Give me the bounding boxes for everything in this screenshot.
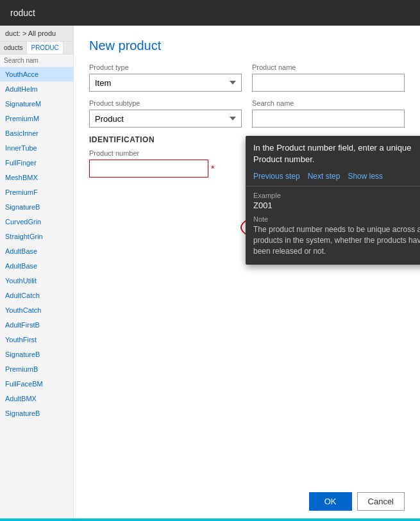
sidebar: duct: > All produ oducts PRODUC Search n…	[0, 26, 74, 521]
example-value: Z001	[253, 201, 420, 210]
list-item[interactable]: YouthAcce	[0, 67, 73, 82]
search-name-input[interactable]	[252, 110, 405, 128]
list-item[interactable]: FullFinger	[0, 156, 73, 170]
product-type-label: Product type	[89, 63, 242, 71]
product-subtype-select[interactable]: Product	[89, 110, 242, 128]
list-item[interactable]: YouthUtilit	[0, 274, 73, 288]
list-item[interactable]: SignatureB	[0, 406, 73, 421]
product-number-group: Product number *	[89, 149, 172, 178]
dialog-title: New product	[89, 38, 405, 53]
product-type-select[interactable]: Item	[89, 74, 242, 92]
bottom-bar	[0, 518, 420, 521]
product-number-row: *	[89, 160, 172, 178]
product-subtype-group: Product subtype Product	[89, 99, 242, 128]
sidebar-search-label: Search nam	[0, 54, 73, 67]
tooltip-title: In the Product number field, enter a uni…	[253, 142, 420, 165]
list-item[interactable]: YouthFirst	[0, 333, 73, 347]
list-item[interactable]: PremiumB	[0, 362, 73, 377]
previous-step-link[interactable]: Previous step	[253, 172, 300, 181]
note-label: Note	[253, 215, 420, 223]
ok-button[interactable]: OK	[309, 492, 352, 511]
list-item[interactable]: BasicInner	[0, 126, 73, 141]
list-item[interactable]: PremiumM	[0, 112, 73, 126]
list-item[interactable]: SignatureB	[0, 347, 73, 362]
product-number-input[interactable]	[89, 160, 208, 178]
dialog-footer: OK Cancel	[309, 492, 405, 511]
list-item[interactable]: MeshBMX	[0, 170, 73, 185]
list-item[interactable]: YouthCatch	[0, 303, 73, 318]
product-name-input[interactable]	[252, 74, 405, 92]
form-row-2: Product subtype Product Search name	[89, 99, 405, 128]
tooltip-header: In the Product number field, enter a uni…	[246, 136, 420, 169]
show-less-link[interactable]: Show less	[348, 172, 383, 181]
breadcrumb: duct: > All produ	[0, 26, 73, 42]
required-star: *	[211, 163, 214, 174]
tab-products[interactable]: oducts	[0, 42, 27, 54]
note-text: The product number needs to be unique ac…	[253, 224, 420, 256]
product-subtype-label: Product subtype	[89, 99, 242, 107]
dialog-area: New product Product type Item Product na…	[74, 26, 420, 521]
list-item[interactable]: AdultHelm	[0, 82, 73, 97]
title-bar: roduct	[0, 0, 420, 26]
list-item[interactable]: PremiumF	[0, 185, 73, 200]
list-item[interactable]: AdultFirstB	[0, 318, 73, 333]
list-item[interactable]: InnerTube	[0, 141, 73, 156]
list-item[interactable]: SignatureM	[0, 97, 73, 112]
main-area: duct: > All produ oducts PRODUC Search n…	[0, 26, 420, 521]
list-item[interactable]: SignatureB	[0, 200, 73, 215]
tab-produc[interactable]: PRODUC	[27, 42, 63, 54]
next-step-link[interactable]: Next step	[308, 172, 340, 181]
product-number-label: Product number	[89, 149, 172, 157]
tooltip-nav: Previous step Next step Show less	[246, 169, 420, 186]
list-item[interactable]: AdultBase	[0, 244, 73, 259]
form-row-1: Product type Item Product name	[89, 63, 405, 92]
list-item[interactable]: AdultCatch	[0, 288, 73, 303]
product-name-group: Product name	[252, 63, 405, 92]
search-name-group: Search name	[252, 99, 405, 128]
list-item[interactable]: AdultBase	[0, 259, 73, 274]
list-item[interactable]: CurvedGrin	[0, 215, 73, 229]
search-name-label: Search name	[252, 99, 405, 107]
list-item[interactable]: AdultBMX	[0, 392, 73, 406]
list-item[interactable]: FullFaceBM	[0, 377, 73, 392]
sidebar-list: YouthAcce AdultHelm SignatureM PremiumM …	[0, 67, 73, 521]
title-text: roduct	[10, 8, 35, 18]
tooltip-box: In the Product number field, enter a uni…	[246, 136, 420, 265]
sidebar-tabs: oducts PRODUC	[0, 42, 73, 54]
list-item[interactable]: StraightGrin	[0, 229, 73, 244]
cancel-button[interactable]: Cancel	[357, 492, 405, 511]
example-label: Example	[253, 192, 420, 199]
tooltip-body: Example Z001 Note The product number nee…	[246, 186, 420, 264]
product-name-label: Product name	[252, 63, 405, 71]
product-type-group: Product type Item	[89, 63, 242, 92]
